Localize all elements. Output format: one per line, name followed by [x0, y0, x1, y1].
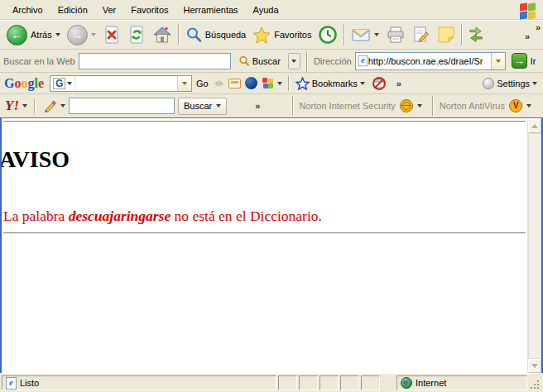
horizontal-rule	[3, 121, 526, 122]
web-search-options-button[interactable]	[288, 53, 300, 69]
mail-button[interactable]	[348, 22, 382, 48]
toolbar-separator	[344, 24, 345, 45]
address-url[interactable]: http://buscon.rae.es/draeI/Sr	[368, 56, 491, 66]
news-card-icon[interactable]	[228, 76, 242, 90]
messenger-icon	[469, 26, 485, 43]
scrollbar-thumb[interactable]	[528, 133, 541, 359]
mail-dropdown-caret[interactable]	[374, 33, 379, 36]
toolbar-overflow-chevron[interactable]: »	[525, 31, 530, 41]
status-mini-pane	[299, 375, 318, 390]
yahoo-logo[interactable]: Y!	[5, 98, 19, 114]
back-dropdown-caret[interactable]	[55, 33, 60, 36]
yahoo-dropdown-caret[interactable]	[22, 104, 27, 108]
google-go-label[interactable]: Go	[196, 79, 209, 88]
settings-label[interactable]: Settings	[497, 79, 530, 88]
go-button[interactable]: → Ir	[509, 53, 539, 69]
history-button[interactable]	[315, 22, 341, 48]
yahoo-overflow-chevron[interactable]: »	[255, 101, 260, 111]
forward-dropdown-caret	[91, 33, 96, 36]
google-search-input[interactable]	[75, 77, 177, 90]
zone-label: Internet	[416, 378, 446, 388]
scroll-down-button[interactable]	[528, 359, 541, 373]
norton-antivirus-icon[interactable]	[509, 99, 522, 112]
back-button[interactable]: ← Atrás	[3, 22, 64, 48]
refresh-button[interactable]	[124, 22, 149, 48]
toolbar-separator	[288, 76, 290, 91]
web-search-label: Buscar en la Web	[3, 56, 75, 66]
messenger-button[interactable]	[465, 22, 488, 48]
refresh-icon	[127, 25, 146, 45]
stop-icon	[103, 25, 121, 45]
norton-globe-icon[interactable]	[400, 99, 413, 112]
search-label: Búsqueda	[205, 30, 247, 40]
google-g-icon[interactable]: G	[50, 76, 75, 91]
stop-button[interactable]	[99, 22, 124, 48]
settings-dropdown-caret[interactable]	[532, 82, 537, 85]
address-label: Dirección	[314, 56, 352, 66]
yahoo-search-input[interactable]	[69, 98, 175, 114]
norton-security-caret[interactable]	[417, 104, 422, 108]
google-earth-icon[interactable]	[244, 76, 258, 90]
google-toolbar: Google G Go Bookmarks » Settings	[0, 73, 543, 94]
menu-favoritos[interactable]: Favoritos	[123, 2, 175, 18]
home-button[interactable]	[149, 22, 175, 48]
settings-sphere-icon	[483, 78, 494, 89]
forward-icon: →	[67, 25, 88, 45]
norton-antivirus-label: Norton AntiVirus	[440, 101, 505, 111]
menu-herramientas[interactable]: Herramientas	[176, 2, 246, 18]
scroll-up-button[interactable]	[528, 119, 541, 133]
search-icon	[185, 26, 202, 43]
forward-button[interactable]: →	[64, 22, 99, 48]
menu-archivo[interactable]: Archivo	[5, 2, 50, 18]
pager-arrows-icon	[214, 80, 223, 87]
search-button[interactable]: Búsqueda	[182, 22, 250, 48]
address-dropdown-button[interactable]	[491, 53, 505, 69]
toolbar-separator	[178, 24, 180, 45]
internet-globe-icon	[401, 377, 412, 389]
pencil-icon[interactable]	[42, 99, 57, 112]
menu-ayuda[interactable]: Ayuda	[246, 2, 286, 18]
norton-antivirus-panel: Norton AntiVirus	[432, 96, 538, 116]
mail-icon	[351, 26, 371, 43]
pack-dropdown-caret[interactable]	[277, 82, 282, 85]
menu-overflow-chevron[interactable]: »	[536, 22, 541, 32]
back-label: Atrás	[31, 30, 52, 40]
yahoo-search-dropdown-caret[interactable]	[216, 104, 221, 108]
google-overflow-chevron[interactable]: »	[396, 79, 401, 88]
message-suffix: no está en el Diccionario.	[175, 208, 322, 224]
vertical-scrollbar[interactable]	[527, 119, 541, 373]
ie-page-icon	[358, 55, 368, 67]
resize-grip[interactable]	[529, 375, 541, 390]
warning-message: La palabra descuajaringarse no está en e…	[3, 208, 541, 225]
menu-ver[interactable]: Ver	[95, 2, 124, 18]
status-pane: Listo	[2, 375, 276, 390]
address-combo[interactable]: http://buscon.rae.es/draeI/Sr	[355, 52, 506, 70]
edit-button[interactable]	[409, 22, 434, 48]
norton-antivirus-caret[interactable]	[526, 104, 531, 108]
edit-icon	[412, 26, 430, 44]
pencil-dropdown-caret[interactable]	[60, 104, 65, 108]
go-arrow-icon: →	[512, 53, 527, 69]
notes-icon	[437, 26, 455, 44]
notes-button[interactable]	[434, 22, 459, 48]
google-search-combo[interactable]: G	[50, 75, 192, 92]
history-icon	[318, 25, 338, 45]
windows-logo-icon	[519, 2, 537, 20]
status-bar: Listo Internet	[0, 373, 543, 392]
yahoo-search-button[interactable]: Buscar	[178, 98, 227, 115]
horizontal-rule	[3, 232, 526, 234]
bookmarks-dropdown-caret[interactable]	[360, 82, 365, 85]
web-search-input[interactable]	[79, 53, 231, 69]
web-search-button[interactable]: Buscar	[234, 52, 285, 70]
print-button[interactable]	[382, 22, 409, 48]
standard-toolbar: ← Atrás → Búsqueda Favoritos	[0, 20, 543, 50]
favorites-label: Favoritos	[274, 30, 311, 40]
google-pack-icon[interactable]	[261, 76, 275, 90]
menu-edicion[interactable]: Edición	[50, 2, 95, 18]
page-title: AVISO	[0, 147, 541, 173]
web-search-button-label: Buscar	[252, 56, 281, 66]
toolbar-separator	[461, 24, 463, 45]
favorites-button[interactable]: Favoritos	[249, 22, 315, 48]
bookmarks-label[interactable]: Bookmarks	[312, 79, 358, 88]
google-search-dropdown[interactable]	[177, 76, 191, 91]
